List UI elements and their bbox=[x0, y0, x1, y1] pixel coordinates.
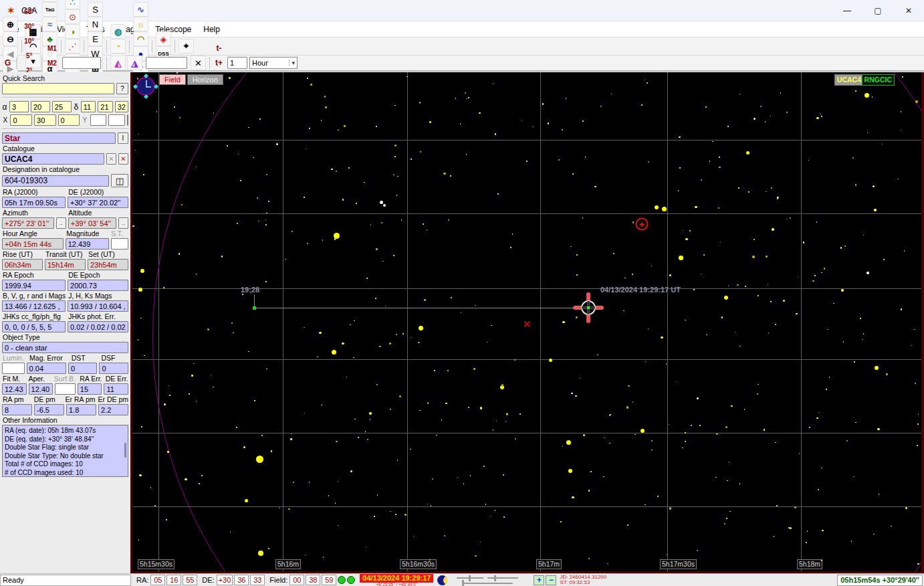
altitude-more-button[interactable]: .. bbox=[118, 217, 128, 229]
fov-10deg[interactable]: 10° bbox=[20, 33, 38, 48]
y2-input[interactable] bbox=[108, 114, 125, 126]
de-s-input[interactable]: 32 bbox=[115, 101, 128, 112]
flip-horizontal-icon[interactable]: ◭ bbox=[110, 56, 126, 70]
badge-rngcic[interactable]: RNGCIC bbox=[862, 74, 895, 86]
ra-h-input[interactable]: 3 bbox=[9, 101, 29, 112]
catalog-prev-cross-icon[interactable]: ✕ bbox=[106, 153, 116, 165]
separator bbox=[61, 40, 62, 53]
marker-m1-button[interactable]: M1 bbox=[45, 41, 59, 56]
marker-m2-button[interactable]: M2 bbox=[45, 56, 59, 70]
sun-icon[interactable]: ☼ bbox=[133, 17, 148, 31]
status-datetime-block[interactable]: 04/13/2024 19:29:17 +8°25'35'' / +46°49'… bbox=[360, 574, 433, 586]
status-de-label: DE: bbox=[202, 576, 214, 584]
guide-star-button[interactable]: G bbox=[3, 56, 13, 70]
er-ra-pm-value: 1.8 bbox=[66, 404, 96, 415]
slew-telescope-icon[interactable]: ◫ bbox=[111, 174, 128, 187]
zoom-in-icon[interactable]: ⊕ bbox=[3, 17, 18, 31]
minimize-button[interactable]: — bbox=[832, 0, 862, 21]
star bbox=[679, 256, 683, 260]
de-m-input[interactable]: 21 bbox=[98, 101, 112, 112]
designation-input[interactable]: 604-019303 bbox=[2, 175, 109, 187]
moon-phase-icon[interactable]: ◑ bbox=[65, 24, 80, 39]
zoom-out-icon[interactable]: ⊖ bbox=[3, 31, 18, 46]
asteroid-path-line bbox=[254, 308, 579, 308]
time-slider[interactable] bbox=[453, 575, 533, 586]
tab-horizon[interactable]: Horizon bbox=[187, 74, 223, 85]
clock-icon[interactable]: ◔ bbox=[110, 39, 126, 54]
star-cluster-icon[interactable]: ∴ bbox=[65, 0, 80, 9]
fov-5deg[interactable]: 5° bbox=[20, 48, 38, 63]
asteroid-track-icon[interactable]: ⋰ bbox=[65, 39, 80, 54]
north-button[interactable]: N bbox=[88, 17, 103, 31]
de-j2000-label: DE (J2000) bbox=[68, 188, 128, 196]
other-info-box[interactable]: RA (eq. date): 05h 18m 43.07s DE (eq. da… bbox=[2, 425, 128, 477]
time-increment-button[interactable]: + bbox=[534, 575, 544, 585]
object-class-select[interactable]: Star bbox=[2, 132, 116, 144]
x3-input[interactable]: 0 bbox=[58, 114, 80, 126]
x1-input[interactable]: 0 bbox=[10, 114, 32, 126]
azimuth-value: +275° 23' 01'' bbox=[2, 217, 54, 229]
catalog-clear-cross-icon[interactable]: ✕ bbox=[118, 153, 128, 165]
flagged-object-marker[interactable]: ✚ bbox=[636, 218, 649, 231]
clock-compass-icon[interactable] bbox=[134, 75, 157, 98]
south-button[interactable]: S bbox=[88, 2, 103, 17]
target-crosshair-marker[interactable] bbox=[573, 292, 604, 323]
aper-label: Aper. bbox=[28, 375, 51, 383]
azimuth-more-button[interactable]: .. bbox=[56, 217, 66, 229]
time-minus-button[interactable]: t- bbox=[213, 41, 225, 56]
close-button[interactable]: ✕ bbox=[893, 0, 924, 21]
badge-ucac4[interactable]: UCAC4 bbox=[834, 74, 864, 86]
scrollbar-thumb[interactable] bbox=[124, 443, 126, 458]
catalogue-label: Catalogue bbox=[3, 144, 128, 153]
ra-j2000-value: 05h 17m 09.50s bbox=[2, 197, 66, 208]
sky-map[interactable]: 5h15m30s5h16m5h16m30s5h17m5h17m30s5h18m … bbox=[130, 72, 924, 573]
help-button[interactable]: ? bbox=[116, 83, 128, 94]
ccd-frame-icon[interactable]: ◈ bbox=[156, 31, 171, 46]
star bbox=[256, 456, 263, 463]
main-toolbar: ⊕⊖◀▶ ▦◠▾ +△Taü≈♣◌αM◉⊠ ∴⊙◑⋰✦U·D· SNEW⊞▤ ◍… bbox=[0, 37, 924, 56]
ra-err-label: RA Err. bbox=[80, 375, 102, 383]
x2-input[interactable]: 30 bbox=[34, 114, 56, 126]
goto-object-input[interactable] bbox=[146, 57, 187, 69]
time-decrement-button[interactable]: − bbox=[546, 575, 556, 585]
clear-icon[interactable]: ✕ bbox=[191, 56, 206, 70]
time-step-input[interactable]: 1 bbox=[227, 57, 247, 69]
search-object-input[interactable] bbox=[62, 57, 101, 69]
reference-x-marker[interactable]: ✕ bbox=[523, 318, 532, 330]
earth-globe-icon[interactable]: ◍ bbox=[110, 24, 126, 39]
object-type-value: 0 - clean star bbox=[2, 342, 128, 353]
alpha-label: α bbox=[2, 102, 7, 112]
east-button[interactable]: E bbox=[88, 31, 103, 46]
ra-m-input[interactable]: 20 bbox=[31, 101, 50, 112]
magnitude-label: Magnitude bbox=[66, 229, 108, 237]
hour-angle-label: Hour Angle bbox=[3, 229, 64, 237]
flip-vertical-icon[interactable]: ◮ bbox=[127, 56, 142, 70]
object-class-expander-button[interactable]: I bbox=[118, 132, 128, 144]
variable-curve-icon[interactable]: ∿ bbox=[133, 2, 148, 17]
azimuth-label: Azimuth bbox=[3, 209, 66, 217]
separator bbox=[84, 40, 84, 53]
quick-search-input[interactable] bbox=[2, 83, 114, 94]
fov-60deg[interactable]: 60° bbox=[20, 4, 38, 19]
status-st: ST: 09:32:53 bbox=[560, 580, 606, 586]
y1-input[interactable] bbox=[90, 114, 107, 126]
dome-site-icon[interactable]: ◠ bbox=[133, 31, 148, 46]
tab-field[interactable]: Field bbox=[159, 74, 186, 85]
telescope-link-icon[interactable]: ⌖ bbox=[179, 39, 194, 54]
de-pm-label: DE pm bbox=[34, 395, 63, 403]
catalogue-select[interactable]: UCAC4 bbox=[2, 153, 104, 165]
star bbox=[864, 93, 869, 98]
er-de-pm-value: 2.2 bbox=[98, 404, 128, 415]
milky-way-icon[interactable]: ≈ bbox=[42, 17, 57, 31]
menu-help[interactable]: Help bbox=[197, 23, 226, 36]
time-plus-button[interactable]: t+ bbox=[213, 56, 225, 70]
nebula-icon[interactable]: ⊙ bbox=[65, 9, 80, 24]
other-info-line: Double Star Type: No double star bbox=[5, 452, 126, 461]
constellation-names-icon[interactable]: Taü bbox=[42, 2, 57, 17]
fov-30deg[interactable]: 30° bbox=[20, 19, 38, 33]
de-d-input[interactable]: 11 bbox=[81, 101, 96, 112]
time-unit-select[interactable]: Hour ▾ bbox=[249, 57, 298, 69]
ra-s-input[interactable]: 25 bbox=[52, 101, 72, 112]
maximize-button[interactable]: ▢ bbox=[862, 0, 893, 21]
y3-input[interactable] bbox=[127, 114, 128, 126]
